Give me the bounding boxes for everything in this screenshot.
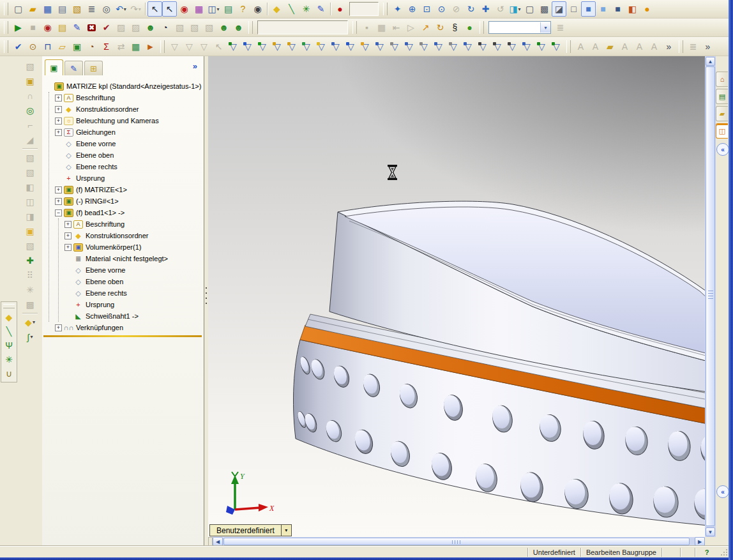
filter-surface-finish-button[interactable]: ▽: [505, 39, 520, 54]
vertical-scrollbar[interactable]: ▲ ▼: [705, 56, 716, 537]
tree-item[interactable]: +ABeschriftung: [42, 92, 204, 103]
window-layout-button[interactable]: ◫▾: [206, 1, 221, 17]
mass-properties-button[interactable]: ⊓: [40, 39, 55, 54]
horizontal-scrollbar[interactable]: ◀ ▶: [208, 537, 705, 546]
route-tool-button[interactable]: Ψ: [2, 338, 16, 352]
filter-cosmetic-threads-button[interactable]: ▽: [417, 39, 432, 54]
filter-vertices-button[interactable]: ▽: [226, 39, 241, 54]
configurationmanager-tab[interactable]: ⊞: [84, 61, 103, 75]
sketch-edit-button[interactable]: ✎: [314, 1, 328, 17]
rollback-bar[interactable]: [43, 335, 202, 337]
tree-item[interactable]: +▣(-) RING#<1>: [42, 195, 204, 207]
check-entity-button[interactable]: ▱: [55, 39, 70, 54]
record-pause-macro-button[interactable]: ◉: [40, 20, 55, 35]
line-tool-button[interactable]: ╲: [2, 324, 16, 338]
save-button[interactable]: ▦: [40, 1, 55, 17]
tree-item[interactable]: ◇Ebene vorne: [42, 138, 204, 149]
tree-item[interactable]: ◇Ebene rechts: [42, 161, 204, 172]
tree-item[interactable]: ▣MATRIZE kpl (Standard<Anzeigestatus-1>): [42, 80, 204, 92]
filter-center-marks-button[interactable]: ▽: [373, 39, 388, 54]
smart-component-button[interactable]: ◆▾: [22, 315, 38, 329]
expand-box[interactable]: +: [55, 95, 62, 102]
apple-tool-button[interactable]: ●: [462, 20, 477, 35]
expand-box[interactable]: +: [64, 221, 72, 228]
tree-item[interactable]: +Ursprung: [42, 172, 204, 184]
filter-weld-beads-button[interactable]: ▽: [490, 39, 505, 54]
filter-routing-points-button[interactable]: ▽: [402, 39, 417, 54]
filter-surface-bodies-button[interactable]: ▽: [270, 39, 285, 54]
draft-quality-hlr-button[interactable]: ◪: [552, 1, 566, 17]
filter-solid-bodies-button[interactable]: ▽: [285, 39, 299, 54]
toolbar-grip[interactable]: [160, 40, 165, 53]
smart-component-dropdown-icon[interactable]: ▾: [33, 319, 35, 325]
hook-tool-button[interactable]: §: [448, 20, 462, 35]
lower-pane-collapse-button[interactable]: «: [716, 485, 729, 498]
point-tool-button[interactable]: ✳: [2, 352, 16, 367]
run-simulation-button[interactable]: ▶: [11, 20, 26, 35]
undo-button[interactable]: ↶▾: [114, 1, 128, 17]
tree-item[interactable]: +▣(f) MATRIZE<1>: [42, 184, 204, 195]
filter-annotations-button[interactable]: ▽: [461, 39, 476, 54]
help-button[interactable]: ?: [236, 1, 250, 17]
point-button[interactable]: ✳: [299, 1, 314, 17]
screen-capture-button[interactable]: ◉: [250, 1, 265, 17]
belt-chain-dropdown-icon[interactable]: ▾: [30, 334, 33, 340]
toolbar-grip[interactable]: [383, 3, 388, 15]
appearance-button[interactable]: ▦: [192, 1, 206, 17]
view-orientation-button[interactable]: ◨▾: [508, 1, 522, 17]
open-document-button[interactable]: ▰: [26, 1, 40, 17]
select-filter-button[interactable]: ↖: [162, 1, 177, 17]
task-list-button[interactable]: ▤: [221, 1, 236, 17]
rotate-view-button[interactable]: ↻: [464, 1, 478, 17]
tree-item[interactable]: +ABeschriftung: [42, 218, 204, 230]
filter-axes-button[interactable]: ▽: [299, 39, 314, 54]
realview-button[interactable]: ●: [640, 1, 654, 17]
window-layout-dropdown-icon[interactable]: ▾: [217, 6, 220, 12]
edit-macro-button[interactable]: ✎: [70, 20, 84, 35]
scroll-up-button[interactable]: ▲: [706, 57, 715, 66]
statistics-button[interactable]: ◔: [84, 39, 99, 54]
expand-box[interactable]: +: [55, 198, 62, 205]
new-document-button[interactable]: ▢: [11, 1, 26, 17]
hidden-lines-visible-button[interactable]: ▩: [537, 1, 552, 17]
tree-item[interactable]: +▣Volumenkörper(1): [42, 241, 204, 253]
sketch-tool-button[interactable]: ◆: [2, 310, 16, 324]
quick-help-button[interactable]: ?: [695, 548, 718, 557]
tree-item[interactable]: +Ursprung: [42, 299, 204, 310]
belt-chain-button[interactable]: ∫▾: [22, 329, 38, 344]
scroll-right-button[interactable]: ▶: [695, 537, 705, 546]
filter-weld-symbols-button[interactable]: ▽: [476, 39, 490, 54]
sketch-button[interactable]: ◆: [269, 1, 284, 17]
tree-item[interactable]: ◇Ebene oben: [42, 276, 204, 287]
3d-model[interactable]: [208, 56, 705, 537]
toolbar-grip[interactable]: [679, 40, 683, 53]
record-macro-button[interactable]: ●: [333, 1, 347, 17]
chevron-down-icon[interactable]: ▾: [540, 22, 550, 33]
section-view-button[interactable]: ◧: [625, 1, 640, 17]
cancel-macro-button[interactable]: ✖: [84, 20, 99, 35]
file-explorer-tab[interactable]: ▰: [716, 106, 728, 121]
h-scroll-thumb[interactable]: [223, 538, 690, 545]
scroll-down-button[interactable]: ▼: [706, 527, 715, 536]
scroll-left-button[interactable]: ◀: [213, 537, 223, 546]
tree-item[interactable]: ◇Ebene rechts: [42, 287, 204, 299]
view-palette-tab[interactable]: ◫: [716, 123, 728, 139]
mate-tool-button[interactable]: ∪: [2, 367, 16, 381]
view-orientation-chip[interactable]: Benutzerdefiniert ▾: [209, 524, 292, 536]
h-split-box[interactable]: [208, 537, 213, 546]
chevron-down-icon[interactable]: ▾: [281, 525, 291, 536]
user-task-3-button[interactable]: ☻: [231, 20, 246, 35]
expand-box[interactable]: +: [55, 106, 62, 113]
toolbar-grip[interactable]: [566, 40, 571, 53]
toolbar-grip[interactable]: [480, 21, 484, 34]
filter-planes-button[interactable]: ▽: [314, 39, 329, 54]
select-button[interactable]: ↖: [147, 1, 162, 17]
view-torch-button[interactable]: ✦: [390, 1, 405, 17]
resize-grip[interactable]: [720, 548, 729, 557]
task-pane-collapse-button[interactable]: «: [716, 143, 729, 156]
expand-box[interactable]: +: [55, 324, 62, 331]
filter-datums-button[interactable]: ▽: [432, 39, 446, 54]
filter-datum-targets-button[interactable]: ▽: [520, 39, 534, 54]
design-library-tab[interactable]: ▤: [716, 89, 728, 104]
tree-item[interactable]: ◣Schweißnaht1 ->: [42, 310, 204, 322]
